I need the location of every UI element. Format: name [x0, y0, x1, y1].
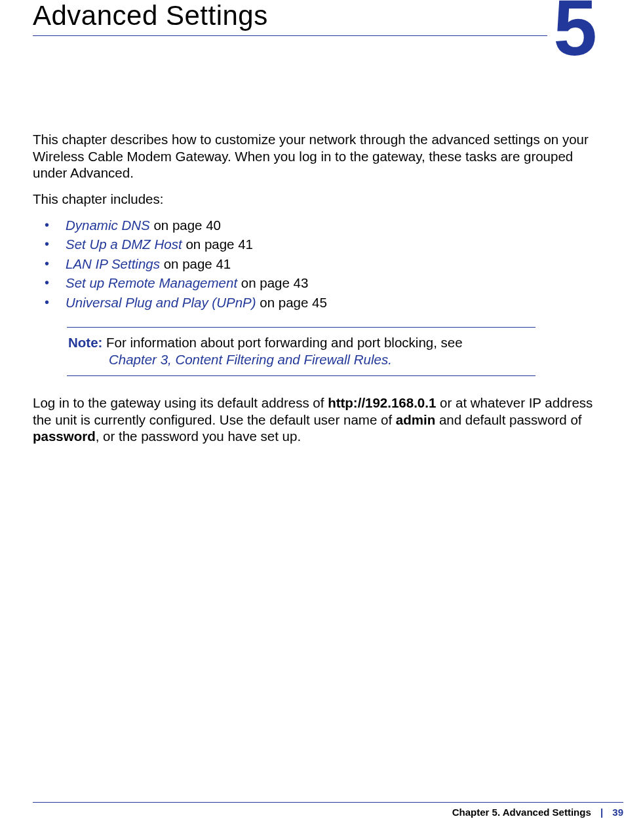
list-item: Dynamic DNS on page 40 — [33, 217, 610, 234]
chapter-number: 5 — [553, 0, 597, 67]
list-item: Set Up a DMZ Host on page 41 — [33, 236, 610, 253]
login-username: admin — [396, 412, 435, 427]
footer-separator: | — [600, 807, 603, 818]
list-item: Set up Remote Management on page 43 — [33, 275, 610, 292]
toc-link-remote-management[interactable]: Set up Remote Management — [66, 275, 237, 290]
toc-suffix: on page 41 — [160, 256, 231, 271]
login-paragraph: Log in to the gateway using its default … — [33, 394, 610, 445]
toc-link-lan-ip[interactable]: LAN IP Settings — [66, 256, 160, 271]
toc-suffix: on page 45 — [256, 295, 327, 310]
toc-suffix: on page 43 — [237, 275, 308, 290]
footer-page-number: 39 — [612, 807, 623, 818]
login-url: http://192.168.0.1 — [328, 395, 436, 410]
toc-suffix: on page 41 — [182, 237, 253, 252]
note-block: Note: For information about port forward… — [67, 327, 536, 376]
login-text-1: Log in to the gateway using its default … — [33, 395, 328, 410]
intro-paragraph-2: This chapter includes: — [33, 191, 610, 208]
toc-suffix: on page 40 — [150, 218, 221, 233]
note-after: . — [388, 352, 392, 367]
note-text: For information about port forwarding an… — [106, 335, 463, 350]
login-password: password — [33, 429, 96, 444]
toc-link-dmz-host[interactable]: Set Up a DMZ Host — [66, 237, 182, 252]
toc-link-dynamic-dns[interactable]: Dynamic DNS — [66, 218, 150, 233]
toc-link-upnp[interactable]: Universal Plug and Play (UPnP) — [66, 295, 256, 310]
login-text-3: and default password of — [435, 412, 581, 427]
footer-chapter-label: Chapter 5. Advanced Settings — [452, 807, 591, 818]
note-link-chapter3[interactable]: Chapter 3, Content Filtering and Firewal… — [109, 352, 388, 367]
list-item: Universal Plug and Play (UPnP) on page 4… — [33, 294, 610, 311]
list-item: LAN IP Settings on page 41 — [33, 256, 610, 273]
chapter-title: Advanced Settings — [33, 0, 610, 31]
login-text-4: , or the password you have set up. — [96, 429, 301, 444]
title-rule — [33, 35, 547, 36]
intro-paragraph-1: This chapter describes how to customize … — [33, 131, 610, 181]
page-footer: Chapter 5. Advanced Settings | 39 — [33, 802, 623, 818]
note-label: Note: — [68, 335, 106, 350]
toc-list: Dynamic DNS on page 40 Set Up a DMZ Host… — [33, 217, 610, 311]
